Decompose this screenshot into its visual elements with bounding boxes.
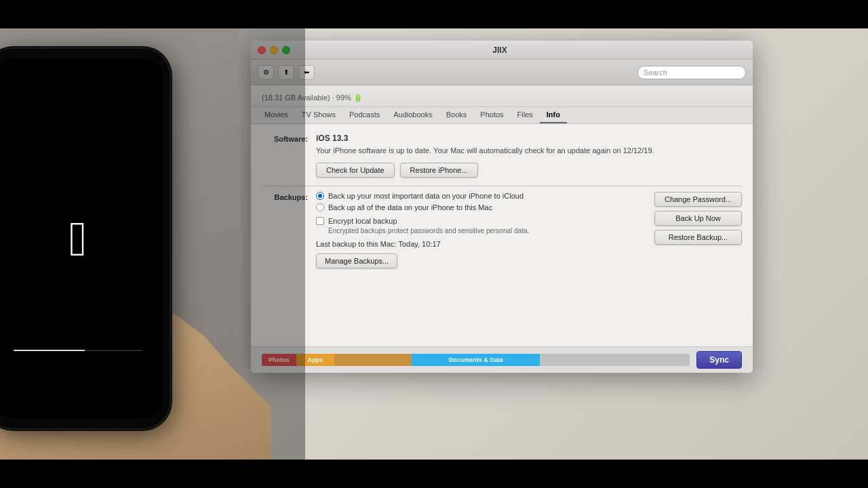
tab-files[interactable]: Files bbox=[511, 107, 540, 123]
search-placeholder: Search bbox=[644, 68, 667, 77]
software-content: iOS 13.3 Your iPhone software is up to d… bbox=[316, 134, 742, 178]
main-content: (18.31 GB Available) · 99% 🔋 Movies TV S… bbox=[251, 85, 753, 373]
mac-radio[interactable] bbox=[316, 203, 324, 211]
check-update-button[interactable]: Check for Update bbox=[316, 163, 395, 178]
change-password-button[interactable]: Change Password... bbox=[654, 192, 742, 207]
encrypt-label: Encrypt local backup bbox=[328, 217, 397, 225]
apple-logo-icon:  bbox=[69, 214, 87, 263]
footer-bar: Photos Apps Documents & Data Sync bbox=[251, 346, 753, 373]
icloud-backup-label: Back up your most important data on your… bbox=[328, 192, 524, 200]
boot-progress-fill bbox=[14, 350, 85, 351]
restore-iphone-button[interactable]: Restore iPhone... bbox=[400, 163, 478, 178]
search-box[interactable]: Search bbox=[637, 66, 746, 79]
backups-section: Backups: Back up your most important dat… bbox=[262, 192, 742, 268]
nav-tabs: Movies TV Shows Podcasts Audiobooks Book… bbox=[251, 107, 753, 124]
storage-free bbox=[540, 354, 690, 366]
manage-backups-button[interactable]: Manage Backups... bbox=[316, 253, 397, 268]
divider bbox=[262, 186, 742, 186]
update-description: Your iPhone software is up to date. Your… bbox=[316, 146, 742, 156]
window-body: (18.31 GB Available) · 99% 🔋 Movies TV S… bbox=[251, 85, 753, 373]
battery-icon: 🔋 bbox=[353, 94, 363, 102]
encrypt-backup-option[interactable]: Encrypt local backup bbox=[316, 217, 648, 225]
iphone-screen:  bbox=[0, 58, 163, 419]
ios-version: iOS 13.3 bbox=[316, 134, 742, 143]
restore-backup-button[interactable]: Restore Backup... bbox=[654, 230, 742, 245]
storage-documents: Documents & Data bbox=[412, 354, 540, 366]
tab-podcasts[interactable]: Podcasts bbox=[342, 107, 387, 123]
window-titlebar: JIIX bbox=[251, 41, 753, 60]
backups-left: Back up your most important data on your… bbox=[316, 192, 648, 268]
software-buttons: Check for Update Restore iPhone... bbox=[316, 163, 742, 178]
window-title: JIIX bbox=[254, 45, 746, 55]
tab-audiobooks[interactable]: Audiobooks bbox=[387, 107, 439, 123]
tab-photos[interactable]: Photos bbox=[473, 107, 510, 123]
backups-right-buttons: Change Password... Back Up Now Restore B… bbox=[654, 192, 742, 245]
backups-content: Back up your most important data on your… bbox=[316, 192, 742, 268]
storage-other bbox=[334, 354, 412, 366]
tab-info[interactable]: Info bbox=[540, 107, 567, 123]
black-bar-top bbox=[0, 0, 868, 28]
icloud-radio[interactable] bbox=[316, 192, 324, 200]
software-section: Software: iOS 13.3 Your iPhone software … bbox=[262, 134, 742, 178]
backups-row: Back up your most important data on your… bbox=[316, 192, 742, 268]
mac-backup-label: Back up all of the data on your iPhone t… bbox=[328, 203, 492, 211]
device-header: (18.31 GB Available) · 99% 🔋 bbox=[251, 85, 753, 107]
storage-bar: Photos Apps Documents & Data bbox=[262, 354, 690, 366]
icloud-backup-option[interactable]: Back up your most important data on your… bbox=[316, 192, 648, 200]
mac-backup-option[interactable]: Back up all of the data on your iPhone t… bbox=[316, 203, 648, 211]
itunes-window: JIIX ⚙ ⬆ ⬅ Search (18.31 GB Available) ·… bbox=[251, 41, 753, 373]
tab-books[interactable]: Books bbox=[439, 107, 474, 123]
content-area: Software: iOS 13.3 Your iPhone software … bbox=[251, 124, 753, 346]
iphone-body:  bbox=[0, 49, 170, 428]
backup-radio-group: Back up your most important data on your… bbox=[316, 192, 648, 211]
window-toolbar: ⚙ ⬆ ⬅ Search bbox=[251, 60, 753, 85]
boot-progress-bar bbox=[14, 350, 142, 351]
sync-button[interactable]: Sync bbox=[696, 351, 742, 369]
back-up-now-button[interactable]: Back Up Now bbox=[654, 211, 742, 226]
black-bar-bottom bbox=[0, 460, 868, 488]
encrypt-checkbox[interactable] bbox=[316, 217, 324, 225]
device-storage: (18.31 GB Available) · 99% 🔋 bbox=[262, 94, 742, 102]
encrypt-note: Encrypted backups protect passwords and … bbox=[328, 227, 648, 235]
last-backup-info: Last backup to this Mac: Today, 10:17 bbox=[316, 240, 648, 248]
iphone-overlay:  bbox=[0, 28, 264, 460]
